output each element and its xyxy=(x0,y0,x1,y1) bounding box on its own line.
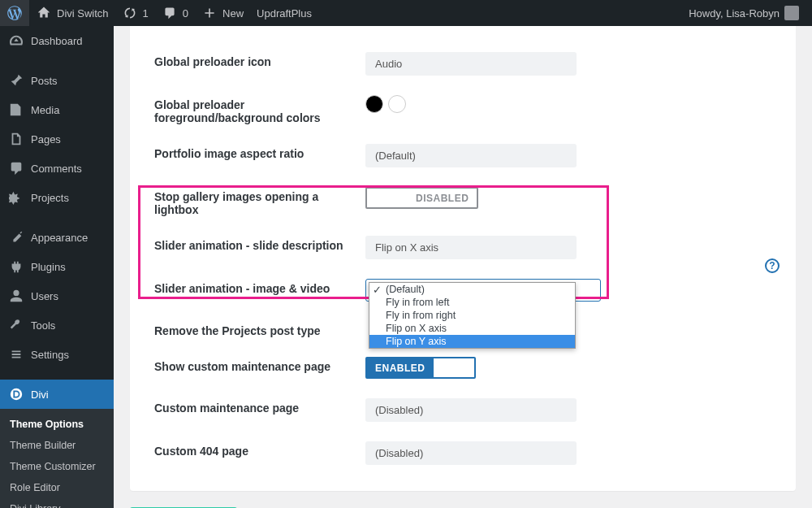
submenu-role-editor[interactable]: Role Editor xyxy=(0,477,114,498)
label-preloader-icon: Global preloader icon xyxy=(154,52,365,68)
site-name: Divi Switch xyxy=(57,7,109,20)
sidebar-label: Appearance xyxy=(31,232,88,244)
sidebar-label: Divi xyxy=(31,389,49,401)
dropdown-option[interactable]: Flip on X axis xyxy=(369,322,575,335)
plugins-icon xyxy=(8,258,24,275)
dropdown-option[interactable]: Fly in from left xyxy=(369,296,575,309)
sidebar-item-plugins[interactable]: Plugins xyxy=(0,252,114,281)
submenu-theme-builder[interactable]: Theme Builder xyxy=(0,435,114,456)
appearance-icon xyxy=(8,229,24,245)
label-remove-projects: Remove the Projects post type xyxy=(154,321,365,337)
submenu-divi-library[interactable]: Divi Library xyxy=(0,498,114,508)
sidebar-label: Tools xyxy=(31,319,55,332)
settings-panel: Global preloader icon Audio Global prelo… xyxy=(130,26,796,491)
sidebar-item-tools[interactable]: Tools xyxy=(0,310,114,340)
sidebar-item-users[interactable]: Users xyxy=(0,281,114,310)
pin-icon xyxy=(8,72,24,89)
label-custom-404: Custom 404 page xyxy=(154,441,365,458)
updraft-label: UpdraftPlus xyxy=(257,7,312,20)
sidebar-label: Settings xyxy=(31,349,69,361)
row-custom-404: Custom 404 page (Disabled) xyxy=(154,432,771,475)
avatar xyxy=(784,6,799,20)
select-portfolio-ratio[interactable]: (Default) xyxy=(365,144,577,167)
color-swatch-bg[interactable] xyxy=(388,95,406,113)
row-stop-gallery: Stop gallery images opening a lightbox D… xyxy=(154,177,771,226)
comments-count: 0 xyxy=(183,7,188,20)
updates-link[interactable]: 1 xyxy=(115,0,155,26)
tools-icon xyxy=(8,317,24,333)
media-icon xyxy=(8,102,24,118)
home-icon xyxy=(36,5,52,21)
my-account-link[interactable]: Howdy, Lisa-Robyn xyxy=(682,0,806,26)
settings-icon xyxy=(8,346,24,363)
sidebar-item-appearance[interactable]: Appearance xyxy=(0,223,114,252)
sidebar-item-pages[interactable]: Pages xyxy=(0,124,114,154)
dropdown-option[interactable]: ✓(Default) xyxy=(369,283,575,296)
sidebar-label: Users xyxy=(31,290,58,302)
sidebar-item-divi[interactable]: Divi xyxy=(0,380,114,409)
comment-icon xyxy=(162,5,178,21)
site-name-link[interactable]: Divi Switch xyxy=(29,0,115,26)
comments-link[interactable]: 0 xyxy=(155,0,195,26)
label-portfolio-ratio: Portfolio image aspect ratio xyxy=(154,144,365,160)
sidebar-label: Posts xyxy=(31,75,58,87)
sidebar-item-projects[interactable]: Projects xyxy=(0,183,114,212)
color-swatch-fg[interactable] xyxy=(365,95,383,113)
label-preloader-colors: Global preloader foreground/background c… xyxy=(154,95,365,124)
sidebar-item-dashboard[interactable]: Dashboard xyxy=(0,26,114,55)
sidebar-label: Pages xyxy=(31,133,61,145)
row-portfolio-ratio: Portfolio image aspect ratio (Default) xyxy=(154,134,771,177)
dropdown-options: ✓(Default) Fly in from left Fly in from … xyxy=(369,282,576,349)
dashboard-icon xyxy=(8,33,24,49)
select-slider-desc[interactable]: Flip on X axis xyxy=(365,236,577,259)
updates-count: 1 xyxy=(143,7,149,20)
divi-icon xyxy=(8,386,24,402)
sidebar-label: Plugins xyxy=(31,261,66,273)
projects-icon xyxy=(8,189,24,206)
sidebar-item-posts[interactable]: Posts xyxy=(0,66,114,95)
divi-submenu: Theme Options Theme Builder Theme Custom… xyxy=(0,409,114,508)
label-stop-gallery: Stop gallery images opening a lightbox xyxy=(154,187,365,216)
toggle-show-maint[interactable]: ENABLED xyxy=(365,357,476,379)
label-show-maint: Show custom maintenance page xyxy=(154,357,365,373)
row-show-maint: Show custom maintenance page ENABLED xyxy=(154,347,771,389)
submenu-theme-customizer[interactable]: Theme Customizer xyxy=(0,456,114,477)
select-custom-404[interactable]: (Disabled) xyxy=(365,441,577,465)
dropdown-option[interactable]: Fly in from right xyxy=(369,309,575,322)
row-preloader-colors: Global preloader foreground/background c… xyxy=(154,85,771,134)
sidebar-item-media[interactable]: Media xyxy=(0,95,114,124)
admin-sidebar: Dashboard Posts Media Pages Comments Pro… xyxy=(0,26,114,508)
sidebar-label: Comments xyxy=(31,163,82,175)
select-maint-page[interactable]: (Disabled) xyxy=(365,398,577,422)
comments-icon xyxy=(8,160,24,176)
select-preloader-icon[interactable]: Audio xyxy=(365,52,577,76)
label-maint-page: Custom maintenance page xyxy=(154,398,365,415)
svg-point-0 xyxy=(11,389,22,400)
updraft-link[interactable]: UpdraftPlus xyxy=(250,0,318,26)
sidebar-item-settings[interactable]: Settings xyxy=(0,340,114,369)
sidebar-label: Projects xyxy=(31,192,69,204)
main-content: Global preloader icon Audio Global prelo… xyxy=(114,26,812,508)
submenu-theme-options[interactable]: Theme Options xyxy=(0,414,114,435)
select-slider-media[interactable]: ✓(Default) Fly in from left Fly in from … xyxy=(365,279,577,302)
users-icon xyxy=(8,288,24,304)
sidebar-item-comments[interactable]: Comments xyxy=(0,154,114,183)
toggle-label: DISABLED xyxy=(408,189,477,207)
row-preloader-icon: Global preloader icon Audio xyxy=(154,42,771,85)
sidebar-label: Media xyxy=(31,104,59,116)
wordpress-icon xyxy=(6,5,23,21)
row-slider-media: Slider animation - image & video ✓(Defau… xyxy=(154,269,771,311)
plus-icon xyxy=(201,5,218,21)
howdy-text: Howdy, Lisa-Robyn xyxy=(689,7,780,20)
row-maint-page: Custom maintenance page (Disabled) xyxy=(154,389,771,432)
wp-logo[interactable] xyxy=(0,0,29,26)
label-slider-media: Slider animation - image & video xyxy=(154,279,365,295)
dropdown-option[interactable]: Flip on Y axis xyxy=(369,335,575,348)
page-icon xyxy=(8,131,24,147)
toggle-stop-gallery[interactable]: DISABLED xyxy=(365,187,478,209)
label-slider-desc: Slider animation - slide description xyxy=(154,236,365,252)
toggle-label: ENABLED xyxy=(367,358,434,377)
new-content-link[interactable]: New xyxy=(195,0,250,26)
help-icon[interactable]: ? xyxy=(765,258,780,273)
update-icon xyxy=(122,5,138,21)
